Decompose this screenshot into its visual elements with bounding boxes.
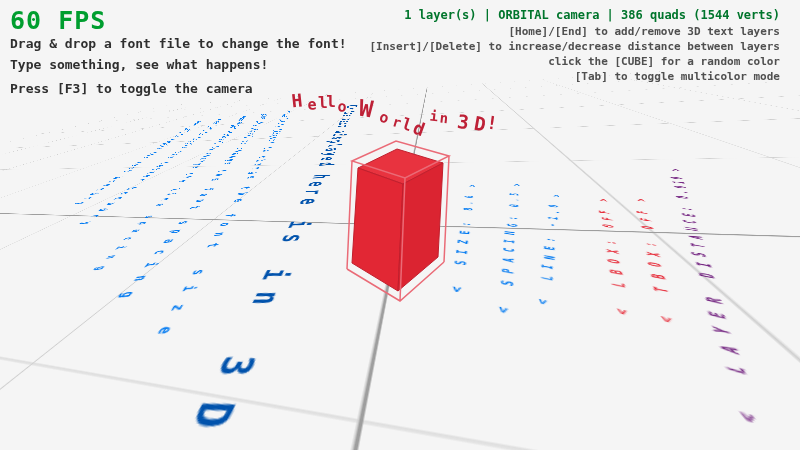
cube[interactable] [0,0,800,450]
3d-text-viewport[interactable]: Allthetextdisplayedhereisin3Dpress[Left]… [0,0,800,450]
cube-face-left[interactable] [352,168,403,291]
